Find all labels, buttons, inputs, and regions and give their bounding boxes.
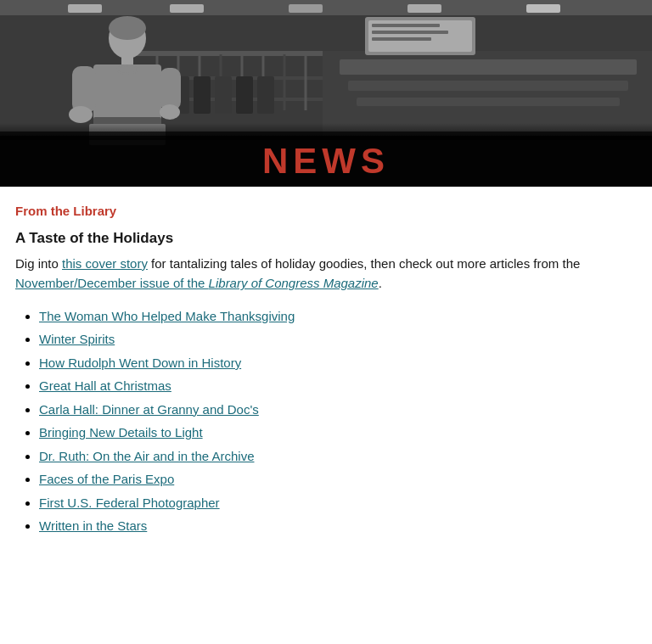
body-text-1: Dig into	[15, 256, 62, 271]
svg-rect-41	[340, 59, 637, 75]
svg-point-58	[160, 104, 180, 120]
body-text-2: for tantalizing tales of holiday goodies…	[148, 256, 580, 271]
list-link-winter-spirits[interactable]: Winter Spirits	[39, 332, 115, 346]
list-item: Winter Spirits	[39, 330, 611, 350]
article-title: A Taste of the Holidays	[15, 230, 611, 247]
list-link-bringing-details[interactable]: Bringing New Details to Light	[39, 425, 203, 440]
section-label: From the Library	[15, 204, 611, 218]
svg-rect-38	[236, 76, 253, 114]
article-body: Dig into this cover story for tantalizin…	[15, 254, 611, 294]
list-item: Carla Hall: Dinner at Granny and Doc's	[39, 400, 611, 420]
svg-rect-4	[170, 4, 204, 13]
magazine-link-text: November/December issue of the Library o…	[15, 276, 379, 290]
list-item: Written in the Stars	[39, 517, 611, 536]
svg-rect-3	[68, 4, 102, 13]
article-links-list: The Woman Who Helped Make Thanksgiving W…	[15, 307, 611, 536]
magazine-italic: Library of Congress Magazine	[209, 276, 379, 290]
list-link-carla-hall[interactable]: Carla Hall: Dinner at Granny and Doc's	[39, 402, 259, 417]
list-item: Faces of the Paris Expo	[39, 470, 611, 490]
svg-rect-42	[348, 81, 628, 91]
cover-story-link[interactable]: this cover story	[62, 256, 148, 271]
svg-rect-7	[526, 4, 560, 13]
list-item: How Rudolph Went Down in History	[39, 354, 611, 373]
svg-rect-46	[372, 24, 440, 27]
main-content: From the Library A Taste of the Holidays…	[0, 187, 628, 557]
list-link-federal-photographer[interactable]: First U.S. Federal Photographer	[39, 496, 220, 510]
list-link-dr-ruth[interactable]: Dr. Ruth: On the Air and in the Archive	[39, 449, 254, 463]
body-text-3: .	[379, 276, 382, 290]
svg-rect-43	[357, 98, 620, 106]
hero-banner: NEWS	[0, 0, 652, 187]
svg-rect-56	[160, 68, 181, 110]
svg-rect-47	[372, 31, 448, 34]
svg-rect-48	[372, 37, 431, 41]
svg-rect-5	[289, 4, 323, 13]
magazine-link[interactable]: November/December issue of the Library o…	[15, 276, 379, 290]
hero-title: NEWS	[262, 141, 390, 182]
svg-point-57	[69, 106, 93, 123]
svg-rect-36	[194, 76, 211, 114]
list-link-thanksgiving[interactable]: The Woman Who Helped Make Thanksgiving	[39, 309, 295, 323]
svg-rect-6	[408, 4, 441, 13]
list-link-paris-expo[interactable]: Faces of the Paris Expo	[39, 472, 174, 486]
list-link-rudolph[interactable]: How Rudolph Went Down in History	[39, 356, 241, 370]
list-link-written-stars[interactable]: Written in the Stars	[39, 518, 147, 533]
list-item: Bringing New Details to Light	[39, 423, 611, 443]
hero-title-bar: NEWS	[0, 136, 652, 187]
list-item: Great Hall at Christmas	[39, 377, 611, 396]
list-item: The Woman Who Helped Make Thanksgiving	[39, 307, 611, 327]
svg-rect-37	[215, 76, 232, 114]
list-link-great-hall[interactable]: Great Hall at Christmas	[39, 378, 171, 393]
svg-rect-39	[257, 76, 274, 114]
list-item: Dr. Ruth: On the Air and in the Archive	[39, 447, 611, 467]
svg-rect-55	[72, 66, 96, 113]
svg-point-50	[109, 16, 146, 40]
list-item: First U.S. Federal Photographer	[39, 494, 611, 513]
